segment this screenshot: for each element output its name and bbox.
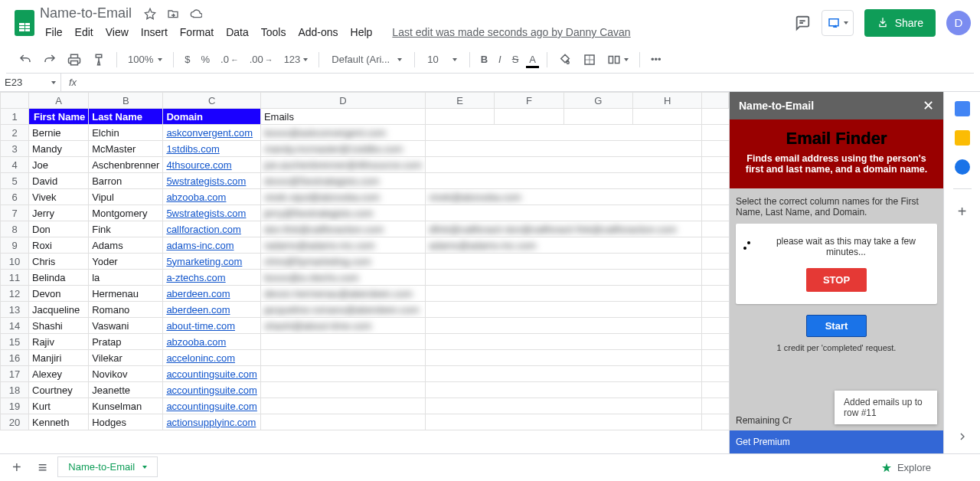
menu-insert[interactable]: Insert (136, 25, 173, 40)
calendar-icon[interactable] (955, 101, 970, 116)
cell[interactable]: Pratap (89, 334, 163, 350)
cell[interactable]: about-time.com (163, 318, 261, 334)
merge-cells-icon[interactable] (604, 51, 632, 68)
cell[interactable] (426, 141, 702, 157)
col-header-E[interactable]: E (426, 93, 495, 109)
last-edit-link[interactable]: Last edit was made seconds ago by Danny … (387, 25, 635, 40)
row-header[interactable]: 1 (1, 109, 29, 125)
cell[interactable]: Kenneth (29, 414, 89, 430)
cell[interactable]: joe.aschenbrenner@4thsource.com (260, 157, 425, 173)
cell[interactable]: dxxxx@5wstrategists.com (260, 173, 425, 189)
cell[interactable]: accountingsuite.com (163, 366, 261, 382)
menu-help[interactable]: Help (345, 25, 378, 40)
cell[interactable]: bxxxx@askconvergent.com (260, 125, 425, 141)
undo-icon[interactable] (15, 51, 35, 68)
row-header[interactable]: 13 (1, 302, 29, 318)
cell[interactable]: Hermenau (89, 286, 163, 302)
cell[interactable]: Hodges (89, 414, 163, 430)
sheet-tab-menu-icon[interactable] (142, 466, 147, 469)
stop-button[interactable]: STOP (806, 268, 867, 292)
cell[interactable]: Jacqueline (29, 302, 89, 318)
col-header-F[interactable]: F (495, 93, 564, 109)
cell[interactable]: Vaswani (89, 318, 163, 334)
cell[interactable] (426, 205, 702, 221)
account-avatar[interactable]: D (946, 11, 971, 35)
name-box[interactable]: E23 (0, 74, 61, 91)
cell[interactable] (426, 254, 702, 270)
strikethrough-icon[interactable]: S (509, 52, 522, 67)
cell[interactable]: Manjiri (29, 350, 89, 366)
cell[interactable]: accountingsuite.com (163, 398, 261, 414)
cell[interactable]: Kurt (29, 398, 89, 414)
row-header[interactable]: 16 (1, 350, 29, 366)
cell[interactable] (426, 270, 702, 286)
menu-view[interactable]: View (100, 25, 134, 40)
row-header[interactable]: 15 (1, 334, 29, 350)
menu-data[interactable]: Data (220, 25, 254, 40)
cell[interactable]: Vilekar (89, 350, 163, 366)
cell[interactable] (426, 173, 702, 189)
cell[interactable]: Bernie (29, 125, 89, 141)
cell[interactable] (260, 414, 425, 430)
cell[interactable] (426, 398, 702, 414)
cell[interactable]: McMaster (89, 141, 163, 157)
row-header[interactable]: 17 (1, 366, 29, 382)
zoom-select[interactable]: 100% (125, 52, 165, 67)
cell[interactable]: acceloninc.com (163, 350, 261, 366)
cell[interactable]: Vivek (29, 189, 89, 205)
text-color-icon[interactable]: A (526, 52, 539, 67)
cell[interactable] (260, 398, 425, 414)
sheets-logo[interactable] (9, 8, 40, 38)
col-header-A[interactable]: A (29, 93, 89, 109)
cell[interactable]: Elchin (89, 125, 163, 141)
cell[interactable]: Devon (29, 286, 89, 302)
cell[interactable] (260, 350, 425, 366)
row-header[interactable]: 7 (1, 205, 29, 221)
row-header[interactable]: 8 (1, 221, 29, 237)
cell[interactable]: shashi@about-time.com (260, 318, 425, 334)
document-title[interactable]: Name-to-Email (40, 5, 132, 21)
bold-icon[interactable]: B (478, 52, 491, 67)
cell[interactable] (426, 382, 702, 398)
cell[interactable]: aberdeen.com (163, 302, 261, 318)
cell[interactable] (426, 334, 702, 350)
cell[interactable]: Last Name (89, 109, 163, 125)
cell[interactable]: Chris (29, 254, 89, 270)
cell[interactable]: adams-inc.com (163, 237, 261, 254)
cell[interactable]: jerry@5wstrategists.com (260, 205, 425, 221)
cell[interactable] (260, 366, 425, 382)
cell[interactable]: dfink@callforacti don@callforacti fink@c… (426, 221, 702, 237)
font-size-select[interactable]: 10 (423, 52, 461, 67)
cloud-status-icon[interactable] (190, 8, 202, 20)
row-header[interactable]: 5 (1, 173, 29, 189)
italic-icon[interactable]: I (495, 52, 505, 67)
cell[interactable]: 5ymarketing.com (163, 254, 261, 270)
cell[interactable]: a-ztechs.com (163, 270, 261, 286)
cell[interactable]: vivek@abzooba.com (426, 189, 702, 205)
cell[interactable]: Barron (89, 173, 163, 189)
tasks-icon[interactable] (955, 159, 970, 175)
cell[interactable]: Emails (260, 109, 425, 125)
row-header[interactable]: 19 (1, 398, 29, 414)
cell[interactable]: Courtney (29, 382, 89, 398)
menu-file[interactable]: File (40, 25, 68, 40)
cell[interactable]: mandy.mcmaster@1stdibs.com (260, 141, 425, 157)
cell[interactable]: Adams (89, 237, 163, 254)
sheet-tab-active[interactable]: Name-to-Email (57, 456, 158, 479)
cell[interactable]: Vipul (89, 189, 163, 205)
decrease-decimal[interactable]: .0← (217, 52, 242, 67)
cell[interactable] (426, 414, 702, 430)
col-header-B[interactable]: B (89, 93, 163, 109)
row-header[interactable]: 18 (1, 382, 29, 398)
cell[interactable] (426, 318, 702, 334)
row-header[interactable]: 14 (1, 318, 29, 334)
cell[interactable]: la (89, 270, 163, 286)
print-icon[interactable] (64, 51, 84, 68)
cell[interactable]: abzooba.com (163, 334, 261, 350)
cell[interactable]: First Name (29, 109, 89, 125)
col-header-H[interactable]: H (632, 93, 701, 109)
cell[interactable]: 4thsource.com (163, 157, 261, 173)
cell[interactable]: Novikov (89, 366, 163, 382)
add-sheet-icon[interactable]: + (6, 459, 28, 476)
cell[interactable]: Jerry (29, 205, 89, 221)
